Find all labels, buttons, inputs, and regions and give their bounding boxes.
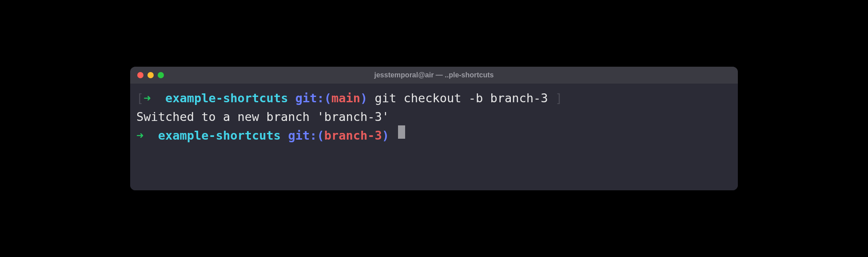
traffic-lights bbox=[137, 72, 164, 78]
prompt-arrow-icon: ➜ bbox=[136, 126, 143, 145]
prompt-git-prefix: git: bbox=[281, 126, 317, 145]
terminal-line-3: ➜ example-shortcuts git:(branch-3) bbox=[136, 126, 732, 145]
prompt-paren-open: ( bbox=[317, 126, 324, 145]
cursor-icon bbox=[398, 125, 405, 139]
terminal-content[interactable]: [➜ example-shortcuts git:(main) git chec… bbox=[130, 84, 738, 190]
bracket-open: [ bbox=[136, 89, 143, 108]
close-button[interactable] bbox=[137, 72, 143, 78]
prompt-spacer bbox=[143, 126, 158, 145]
prompt-paren-close: ) bbox=[360, 89, 367, 108]
prompt-branch: branch-3 bbox=[324, 126, 382, 145]
terminal-line-1: [➜ example-shortcuts git:(main) git chec… bbox=[136, 89, 732, 108]
prompt-spacer bbox=[151, 89, 166, 108]
command-text: git checkout -b branch-3 bbox=[367, 89, 555, 108]
command-output: Switched to a new branch 'branch-3' bbox=[136, 108, 389, 126]
minimize-button[interactable] bbox=[147, 72, 154, 78]
prompt-arrow-icon: ➜ bbox=[143, 89, 151, 108]
bracket-close: ] bbox=[555, 89, 562, 108]
prompt-git-prefix: git: bbox=[288, 89, 324, 108]
terminal-window: jesstemporal@air — ..ple-shortcuts [➜ ex… bbox=[130, 67, 738, 190]
zoom-button[interactable] bbox=[158, 72, 164, 78]
prompt-cwd: example-shortcuts bbox=[165, 89, 288, 108]
prompt-paren-open: ( bbox=[324, 89, 331, 108]
prompt-branch: main bbox=[331, 89, 360, 108]
prompt-trailing bbox=[389, 126, 396, 145]
window-title: jesstemporal@air — ..ple-shortcuts bbox=[374, 71, 494, 79]
terminal-line-2: Switched to a new branch 'branch-3' bbox=[136, 108, 732, 126]
prompt-paren-close: ) bbox=[382, 126, 389, 145]
prompt-cwd: example-shortcuts bbox=[158, 126, 281, 145]
titlebar: jesstemporal@air — ..ple-shortcuts bbox=[130, 67, 738, 84]
